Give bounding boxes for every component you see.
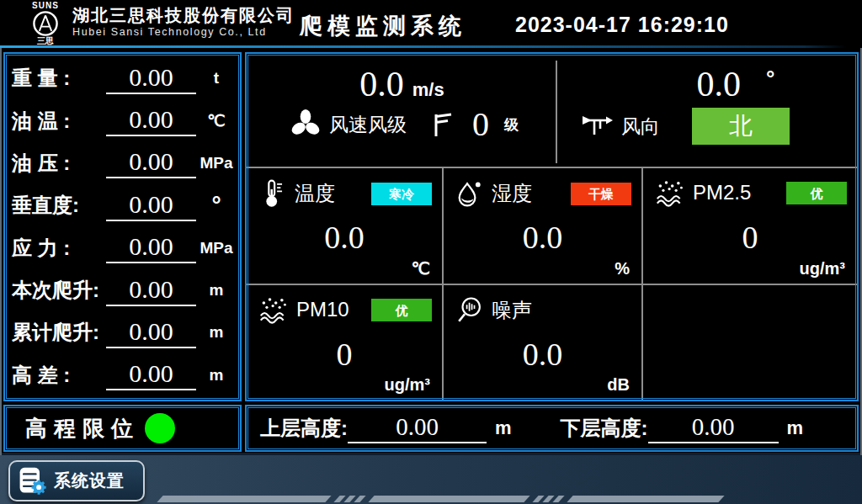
system-settings-button[interactable]: 系统设置 xyxy=(8,460,145,501)
cell-header: 湿度 干燥 xyxy=(455,178,631,209)
cell-unit: % xyxy=(615,259,630,279)
logo-suns-text: SUNS xyxy=(22,1,69,10)
cell-name: 湿度 xyxy=(492,180,532,207)
metric-row-stress: 应 力 : 0.00 MPa xyxy=(12,228,233,268)
wind-direction-badge: 北 xyxy=(692,108,790,145)
metric-row-current-climb: 本次爬升: 0.00 m xyxy=(12,270,233,310)
wind-speed-value: 0.0 xyxy=(359,66,404,103)
env-cell-pm10: PM10 优 0 ug/m³ xyxy=(247,285,442,400)
metric-label: 油 温 : xyxy=(12,108,106,135)
metric-row-total-climb: 累计爬升: 0.00 m xyxy=(12,312,233,353)
lower-height-value: 0.00 xyxy=(648,413,779,443)
wind-level-row: 风速风级 0 级 xyxy=(289,108,556,141)
cell-header: PM10 优 xyxy=(258,295,432,324)
cell-header: 温度 寒冷 xyxy=(258,178,432,209)
env-cell-noise: 噪声 0.0 dB xyxy=(444,285,641,400)
metric-label: 累计爬升: xyxy=(12,319,106,346)
particles-icon xyxy=(258,295,289,324)
elevation-limit-status-indicator xyxy=(145,413,175,443)
footer-stripe-decoration xyxy=(160,496,721,502)
metric-value: 0.00 xyxy=(106,275,196,306)
wind-direction-unit: ° xyxy=(766,66,774,92)
cell-value: 0 xyxy=(247,336,442,373)
metric-value: 0.00 xyxy=(106,190,196,221)
cell-unit: ug/m³ xyxy=(800,259,845,279)
metric-unit: MPa xyxy=(200,154,233,172)
cell-unit: dB xyxy=(607,375,630,395)
cell-value: 0.0 xyxy=(247,219,442,256)
main-area: 重 量 : 0.00 t 油 温 : 0.00 ℃ 油 压 : 0.00 MPa… xyxy=(0,48,862,455)
noise-meter-icon xyxy=(455,295,484,326)
metric-unit: ° xyxy=(200,197,233,214)
sensor-panel: 0.0 m/s 风速风级 0 xyxy=(245,52,859,401)
elevation-limit-panel: 高程限位 xyxy=(3,405,242,452)
env-cell-humidity: 湿度 干燥 0.0 % xyxy=(444,168,641,284)
metric-row-oil-temp: 油 温 : 0.00 ℃ xyxy=(12,101,233,141)
cell-value: 0.0 xyxy=(444,336,641,373)
metric-unit: t xyxy=(200,69,233,88)
heights-panel: 上层高度: 0.00 m 下层高度: 0.00 m xyxy=(245,405,859,452)
wind-level-flag-icon xyxy=(430,111,455,138)
wind-vane-icon xyxy=(581,112,615,141)
droplet-icon xyxy=(455,178,484,209)
metric-value: 0.00 xyxy=(106,232,196,263)
cell-header: 噪声 xyxy=(455,295,631,326)
fan-icon xyxy=(289,108,322,141)
settings-button-label: 系统设置 xyxy=(54,470,125,492)
metric-row-verticality: 垂直度: 0.00 ° xyxy=(12,185,233,225)
sansi-logo-icon xyxy=(32,10,59,37)
metric-value: 0.00 xyxy=(106,359,196,390)
metric-value: 0.00 xyxy=(106,63,196,94)
lower-height-unit: m xyxy=(787,417,804,439)
metric-unit: m xyxy=(200,366,233,385)
metric-label: 本次爬升: xyxy=(12,277,106,304)
particles-icon xyxy=(655,178,685,207)
upper-height-label: 上层高度: xyxy=(260,415,348,442)
metric-label: 重 量 : xyxy=(12,65,106,92)
elevation-limit-label: 高程限位 xyxy=(25,414,140,443)
climbing-formwork-monitor-screen: SUNS 三思 湖北三思科技股份有限公司 Hubei Sansi Technol… xyxy=(0,0,862,504)
env-cell-empty xyxy=(643,285,857,400)
metric-row-height-diff: 高 差 : 0.00 m xyxy=(12,355,233,395)
wind-direction-section: 0.0 ° 风向 北 xyxy=(557,56,855,167)
thermometer-icon xyxy=(258,178,287,209)
cell-value: 0 xyxy=(643,219,857,256)
wind-direction-label: 风向 xyxy=(621,114,660,140)
metric-unit: m xyxy=(200,281,233,300)
wind-speed-reading: 0.0 m/s xyxy=(248,66,556,103)
logo-sansi-text: 三思 xyxy=(22,37,69,45)
wind-direction-reading: 0.0 ° xyxy=(557,66,855,103)
wind-direction-row: 风向 北 xyxy=(581,108,855,145)
status-badge: 优 xyxy=(786,182,847,204)
company-name: 湖北三思科技股份有限公司 Hubei Sansi Technology Co.,… xyxy=(72,5,295,40)
status-badge: 优 xyxy=(371,299,432,321)
env-cell-temperature: 温度 寒冷 0.0 ℃ xyxy=(247,168,442,284)
metric-label: 垂直度: xyxy=(12,192,106,219)
metric-label: 油 压 : xyxy=(12,150,106,177)
wind-speed-unit: m/s xyxy=(412,79,444,101)
metric-value: 0.00 xyxy=(106,105,196,136)
metrics-panel: 重 量 : 0.00 t 油 温 : 0.00 ℃ 油 压 : 0.00 MPa… xyxy=(3,52,242,401)
metric-unit: MPa xyxy=(200,239,233,257)
metric-row-weight: 重 量 : 0.00 t xyxy=(12,58,233,98)
metric-label: 高 差 : xyxy=(12,362,106,389)
company-name-cn: 湖北三思科技股份有限公司 xyxy=(72,5,295,25)
metric-label: 应 力 : xyxy=(12,235,106,262)
metric-value: 0.00 xyxy=(106,147,196,178)
page-title: 爬模监测系统 xyxy=(300,11,466,41)
cell-value: 0.0 xyxy=(444,219,641,256)
wind-speed-section: 0.0 m/s 风速风级 0 xyxy=(248,56,556,167)
header: SUNS 三思 湖北三思科技股份有限公司 Hubei Sansi Technol… xyxy=(0,0,862,48)
footer-bar: 系统设置 xyxy=(0,455,862,504)
env-cell-pm25: PM2.5 优 0 ug/m³ xyxy=(643,168,857,284)
cell-unit: ℃ xyxy=(412,258,430,279)
metric-value: 0.00 xyxy=(106,317,196,348)
metric-unit: m xyxy=(200,323,233,342)
metrics-rows: 重 量 : 0.00 t 油 温 : 0.00 ℃ 油 压 : 0.00 MPa… xyxy=(12,57,233,396)
lower-height-label: 下层高度: xyxy=(561,415,648,442)
datetime-display: 2023-04-17 16:29:10 xyxy=(515,13,729,37)
cell-name: PM2.5 xyxy=(693,181,751,204)
status-badge: 干燥 xyxy=(571,183,631,205)
cell-unit: ug/m³ xyxy=(385,375,430,395)
settings-sliders-gear-icon xyxy=(17,465,47,497)
